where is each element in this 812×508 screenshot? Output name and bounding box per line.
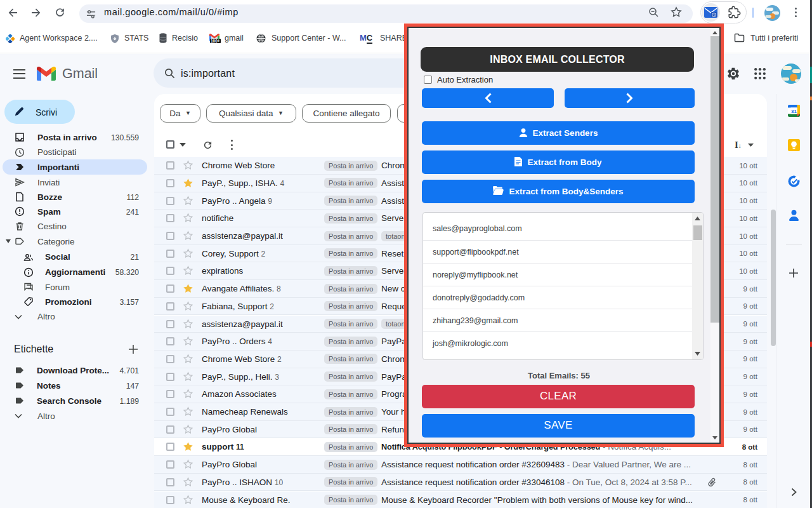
svg-text:31: 31 [791, 109, 797, 114]
